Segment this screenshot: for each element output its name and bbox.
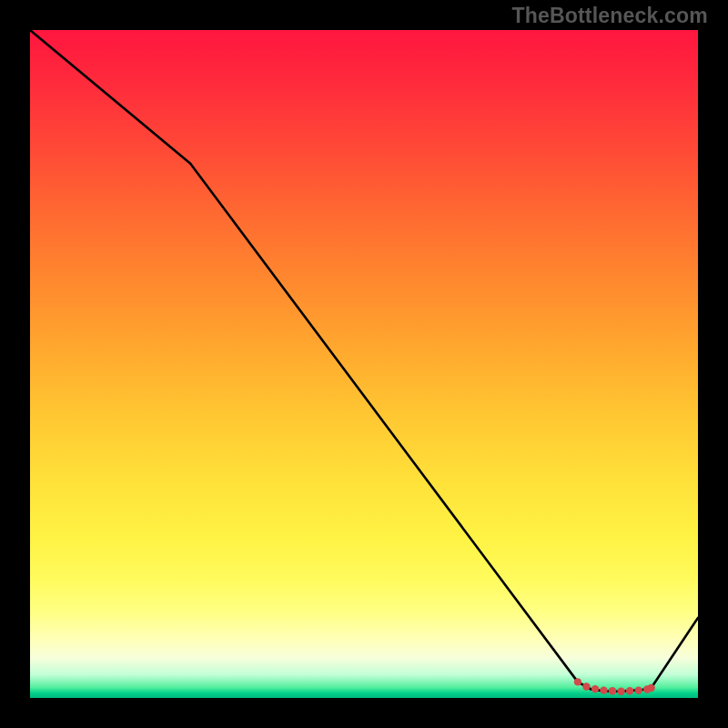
- chart-line: [30, 30, 698, 692]
- marker-dot: [647, 684, 654, 692]
- marker-dot: [582, 682, 590, 690]
- marker-dot: [617, 688, 624, 695]
- marker-dot: [600, 686, 607, 693]
- chart-svg: [30, 30, 698, 698]
- marker-dot: [574, 678, 581, 685]
- plot-area: [30, 30, 698, 698]
- marker-dot: [626, 687, 633, 694]
- marker-dot: [635, 686, 642, 693]
- marker-dot: [609, 687, 616, 694]
- chart-root: TheBottleneck.com: [0, 0, 728, 728]
- marker-group: [574, 678, 655, 695]
- marker-dot: [592, 685, 599, 693]
- watermark-text: TheBottleneck.com: [511, 4, 708, 28]
